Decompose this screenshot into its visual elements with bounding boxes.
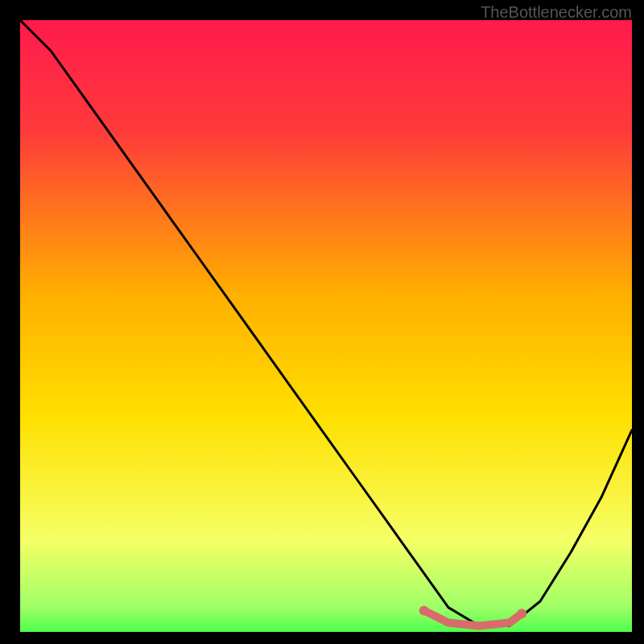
optimal-range-marker-end-dot: [517, 609, 526, 618]
plot-background: [20, 20, 632, 632]
chart-svg: [0, 0, 644, 644]
bottleneck-chart: [0, 0, 644, 644]
optimal-range-marker-start-dot: [419, 605, 429, 615]
watermark-text: TheBottlenecker.com: [481, 3, 632, 22]
